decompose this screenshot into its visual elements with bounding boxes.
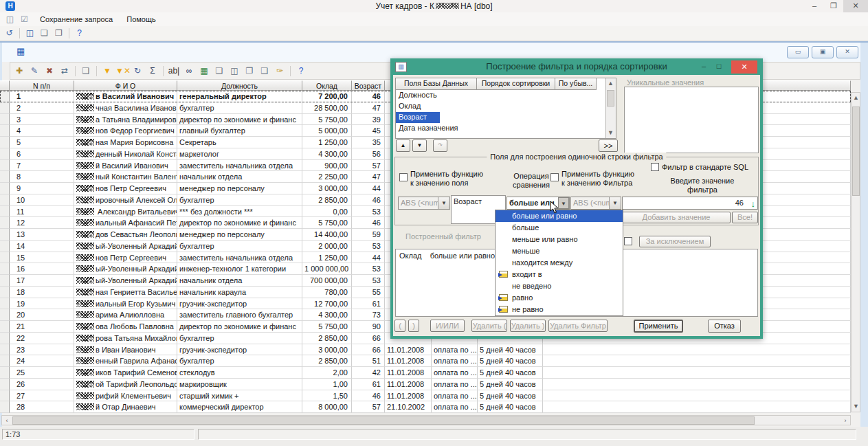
cell-post[interactable]: директор по экономике и финанс	[177, 217, 302, 229]
cell-date[interactable]: 11.01.2008	[385, 355, 432, 367]
field-list-item[interactable]: Должность	[396, 90, 616, 101]
copy-page-icon[interactable]: ❏	[38, 27, 51, 39]
chevron-down-icon[interactable]: ▼	[609, 197, 621, 209]
tab-1[interactable]: Поля Базы Данных	[396, 78, 477, 90]
cell-post[interactable]: грузчик-экспедитор	[177, 344, 302, 356]
dialog-maximize-button[interactable]: □	[712, 60, 726, 73]
cell-n[interactable]: 25	[10, 367, 74, 379]
cell-age[interactable]: 66	[352, 344, 385, 356]
cell-n[interactable]: 17	[10, 275, 74, 287]
column-header-Должность[interactable]: Должность	[177, 80, 302, 91]
page-edit-icon[interactable]: ❏	[212, 65, 226, 77]
cell-fio[interactable]: ировочный Алексей Олег...	[74, 194, 177, 206]
cell-date[interactable]: 11.01.2008	[385, 379, 432, 390]
bottom-button-Удалить ([interactable]: Удалить (	[471, 320, 507, 332]
dropdown-item[interactable]: меньше или равно	[496, 234, 623, 245]
cell-fio[interactable]: ная Мария Борисовна	[74, 137, 177, 148]
dropdown-item[interactable]: равно	[496, 292, 623, 304]
apply-func-filter-checkbox[interactable]	[550, 173, 559, 181]
column-header-Возраст[interactable]: Возраст	[352, 80, 385, 91]
dropdown-item[interactable]: меньше	[496, 245, 623, 257]
cell-age[interactable]: 59	[352, 229, 385, 241]
cell-age[interactable]: 47	[352, 102, 385, 114]
cell-fio[interactable]: ная Генриетта Васильевна	[74, 287, 177, 298]
cell-post[interactable]: грузчик-экспедитор	[177, 298, 302, 310]
cell-age[interactable]: 53	[352, 275, 385, 287]
cell-age[interactable]: 61	[352, 379, 385, 390]
cell-n[interactable]: 27	[10, 390, 74, 402]
cell-mode[interactable]: 5 дней 40 часов	[478, 390, 543, 402]
filter-icon[interactable]: ▼	[100, 65, 114, 77]
cell-date[interactable]: 11.01.2008	[385, 390, 432, 402]
cell-post[interactable]: начальник отдела	[177, 275, 302, 287]
transfer-all-button[interactable]: >>	[599, 140, 618, 152]
cell-post[interactable]: маркировщик	[177, 379, 302, 390]
cell-salary[interactable]: 2 000,00	[302, 241, 352, 252]
cell-fio[interactable]: рова Татьяна Михайловна	[74, 333, 177, 344]
column-header-Оклад[interactable]: Оклад	[302, 80, 352, 91]
copy-page2-icon[interactable]: ❐	[52, 27, 65, 39]
cell-n[interactable]: 7	[10, 160, 74, 172]
grid-help-icon[interactable]: ?	[73, 27, 86, 39]
cell-salary[interactable]: 7 200,00	[302, 91, 352, 102]
cell-age[interactable]: 61	[352, 298, 385, 310]
cell-pay[interactable]: оплата по ...	[432, 401, 478, 413]
scroll-down-button[interactable]: ▼	[852, 402, 860, 411]
except-button[interactable]: За исключением	[639, 236, 711, 247]
cell-date[interactable]: 11.01.2008	[385, 367, 432, 379]
all-values-button[interactable]: Все!	[732, 212, 758, 223]
cell-fio[interactable]: ый-Уволенный Аркадий Гр...	[74, 275, 177, 287]
brush-icon[interactable]: ✑	[273, 65, 287, 77]
cell-age[interactable]: 73	[352, 309, 385, 321]
cell-n[interactable]: 11	[10, 206, 74, 218]
cell-fio[interactable]: ый-Уволенный Аркадий Гр...	[74, 263, 177, 275]
horizontal-scrollbar[interactable]: ‹ ›	[1, 415, 851, 425]
text-edit-icon[interactable]: ab|	[167, 65, 181, 77]
field-list-item[interactable]: Дата назначения	[396, 123, 616, 134]
dialog-minimize-button[interactable]: –	[697, 60, 711, 73]
cell-n[interactable]: 6	[10, 148, 74, 160]
dropdown-item[interactable]: больше	[496, 222, 623, 234]
except-checkbox[interactable]	[624, 237, 632, 245]
cell-pay[interactable]: оплата по ...	[432, 390, 478, 402]
table-row[interactable]: 23в Иван Ивановичгрузчик-экспедитор3 000…	[0, 344, 851, 356]
bottom-button-Удалить )[interactable]: Удалить )	[510, 320, 546, 332]
cell-post[interactable]: стеклодув	[177, 367, 302, 379]
cell-pay[interactable]: оплата по ...	[432, 367, 478, 379]
apply-query-icon[interactable]: ☑	[18, 14, 31, 25]
pick-value-icon[interactable]: ↓	[751, 199, 756, 209]
cell-age[interactable]: 56	[352, 148, 385, 160]
fields-scrollbar[interactable]: ▲ ▼	[605, 78, 616, 138]
cell-age[interactable]: 46	[352, 91, 385, 102]
cell-n[interactable]: 22	[10, 333, 74, 344]
cell-age[interactable]: 46	[352, 390, 385, 402]
cell-age[interactable]: 53	[352, 206, 385, 218]
cell-post[interactable]: менеджер по персоналу	[177, 229, 302, 241]
window-icon[interactable]: ◫	[3, 14, 16, 25]
menu-save-query[interactable]: Сохранение запроса	[34, 14, 118, 25]
cell-n[interactable]: 8	[10, 171, 74, 183]
cell-age[interactable]: 46	[352, 194, 385, 206]
table-row[interactable]: 25иков Тарифий Семеновичстеклодув2,00421…	[0, 367, 851, 379]
cell-post[interactable]: коммерческий директор	[177, 401, 302, 413]
cell-salary[interactable]: 1 250,00	[302, 137, 352, 148]
chevron-down-icon[interactable]: ▼	[438, 197, 449, 209]
cell-age[interactable]: 51	[352, 355, 385, 367]
cell-n[interactable]: 15	[10, 252, 74, 264]
cell-salary[interactable]: 5 750,00	[302, 114, 352, 126]
dialog-close-button[interactable]: ✕	[731, 60, 757, 74]
cell-post[interactable]: заместитель начальника отдела	[177, 252, 302, 264]
copy-icon[interactable]: ❐	[243, 65, 256, 77]
cell-n[interactable]: 4	[10, 125, 74, 137]
dropdown-item[interactable]: находится между	[496, 257, 623, 269]
cell-post[interactable]: бухгалтер	[177, 102, 302, 114]
cancel-button[interactable]: Отказ	[708, 320, 741, 333]
cell-n[interactable]: 28	[10, 401, 74, 413]
cell-salary[interactable]: 2 850,00	[302, 194, 352, 206]
cell-mode[interactable]: 5 дней 40 часов	[478, 355, 543, 367]
cell-salary[interactable]: 0,00	[302, 206, 352, 218]
cell-age[interactable]: 44	[352, 183, 385, 194]
split-view-icon[interactable]: ◫	[227, 65, 241, 77]
cell-n[interactable]: 20	[10, 309, 74, 321]
cell-fio[interactable]: ный Константин Валентино...	[74, 171, 177, 183]
